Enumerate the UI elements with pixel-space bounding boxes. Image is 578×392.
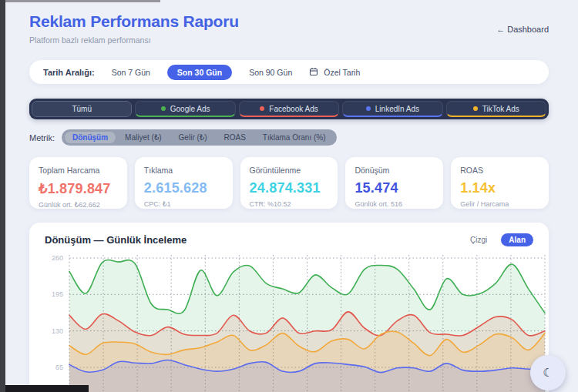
custom-date-label: Özel Tarih: [324, 68, 360, 77]
stat-label: Toplam Harcama: [39, 166, 118, 175]
moon-icon: ☾: [543, 366, 553, 380]
platform-tab-label: Facebook Ads: [269, 105, 318, 113]
stat-value: 2.615.628: [144, 180, 223, 196]
stat-value: 1.14x: [460, 180, 539, 196]
date-range-label: Tarih Aralığı:: [43, 68, 95, 77]
stat-value: ₺1.879.847: [39, 180, 118, 197]
platform-tab-all[interactable]: Tümü: [32, 101, 132, 117]
page-header: Reklam Performans Raporu Platform bazlı …: [29, 12, 549, 45]
stat-card-impressions: Görüntülenme 24.874.331 CTR: %10.52: [240, 157, 338, 209]
stat-cards-row: Toplam Harcama ₺1.879.847 Günlük ort. ₺6…: [29, 157, 549, 209]
chart-mode-line-button[interactable]: Çizgi: [462, 233, 495, 246]
preset-last-30-days[interactable]: Son 30 Gün: [167, 65, 232, 80]
stat-card-total-spend: Toplam Harcama ₺1.879.847 Günlük ort. ₺6…: [29, 157, 127, 209]
stat-label: Dönüşüm: [355, 166, 434, 175]
platform-tab-linkedin-ads[interactable]: LinkedIn Ads: [342, 101, 442, 117]
daily-conversion-chart-card: Dönüşüm — Günlük İnceleme Çizgi Alan: [29, 223, 549, 392]
stat-card-roas: ROAS 1.14x Gelir / Harcama: [451, 157, 549, 209]
metric-option-conversion[interactable]: Dönüşüm: [65, 132, 116, 143]
chart-title: Dönüşüm — Günlük İnceleme: [45, 234, 187, 246]
stat-label: ROAS: [460, 166, 539, 175]
google-ads-dot-icon: [161, 106, 166, 111]
metric-pill-group: Dönüşüm Maliyet (₺) Gelir (₺) ROAS Tıkla…: [62, 129, 337, 146]
stat-sub: CPC: ₺1: [144, 200, 223, 208]
metric-option-ctr[interactable]: Tıklama Oranı (%): [255, 132, 334, 143]
window-edge-left: [0, 0, 5, 392]
facebook-ads-dot-icon: [260, 106, 264, 111]
metric-option-cost[interactable]: Maliyet (₺): [117, 132, 169, 143]
stat-card-clicks: Tıklama 2.615.628 CPC: ₺1: [135, 157, 233, 209]
back-to-dashboard-link[interactable]: ← Dashboard: [496, 25, 549, 34]
stat-card-conversions: Dönüşüm 15.474 Günlük ort. 516: [345, 157, 443, 209]
metric-option-revenue[interactable]: Gelir (₺): [171, 132, 215, 143]
stat-label: Tıklama: [144, 166, 223, 175]
tiktok-ads-dot-icon: [473, 106, 478, 111]
stat-sub: Gelir / Harcama: [460, 200, 539, 208]
platform-tab-label: Tümü: [72, 105, 92, 113]
stat-sub: Günlük ort. ₺62.662: [39, 201, 118, 209]
platform-tab-tiktok-ads[interactable]: TikTok Ads: [446, 101, 546, 117]
preset-last-7-days[interactable]: Son 7 Gün: [107, 65, 155, 80]
stat-label: Görüntülenme: [250, 166, 329, 175]
date-range-bar: Tarih Aralığı: Son 7 Gün Son 30 Gün Son …: [29, 60, 549, 84]
page-title: Reklam Performans Raporu: [29, 12, 549, 31]
page-subtitle: Platform bazlı reklam performansı: [29, 35, 549, 45]
platform-tab-bar: Tümü Google Ads Facebook Ads LinkedIn Ad…: [29, 99, 549, 119]
metric-label: Metrik:: [29, 133, 55, 142]
stat-value: 24.874.331: [250, 180, 329, 196]
chart-mode-area-button[interactable]: Alan: [501, 233, 533, 246]
dark-mode-toggle-button[interactable]: ☾: [530, 355, 566, 390]
ad-performance-report-page: Reklam Performans Raporu Platform bazlı …: [0, 0, 578, 392]
stat-sub: CTR: %10.52: [250, 200, 329, 208]
chart-header: Dönüşüm — Günlük İnceleme Çizgi Alan: [45, 233, 533, 246]
custom-date-button[interactable]: Özel Tarih: [309, 67, 360, 78]
stat-sub: Günlük ort. 516: [355, 200, 434, 208]
linkedin-ads-dot-icon: [366, 106, 371, 111]
chart-mode-toggle: Çizgi Alan: [462, 233, 533, 246]
platform-tab-label: TikTok Ads: [482, 105, 519, 113]
window-edge-bottom: [5, 385, 89, 392]
window-edge-top: [5, 0, 160, 2]
platform-tab-facebook-ads[interactable]: Facebook Ads: [239, 101, 339, 117]
platform-tab-google-ads[interactable]: Google Ads: [135, 101, 235, 117]
preset-last-90-days[interactable]: Son 90 Gün: [244, 65, 297, 80]
metric-selector-row: Metrik: Dönüşüm Maliyet (₺) Gelir (₺) RO…: [29, 129, 549, 146]
metric-option-roas[interactable]: ROAS: [217, 132, 254, 143]
stat-value: 15.474: [355, 180, 434, 196]
platform-tab-label: Google Ads: [170, 105, 210, 113]
platform-tab-label: LinkedIn Ads: [375, 105, 419, 113]
calendar-icon: [309, 67, 318, 78]
